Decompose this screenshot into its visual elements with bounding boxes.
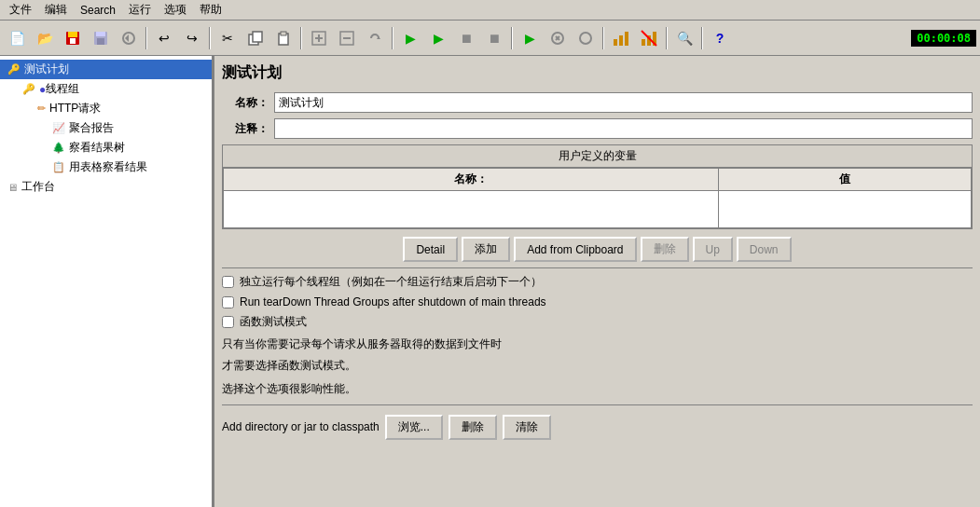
comment-label: 注释： [222,121,269,137]
copy-button[interactable] [242,25,269,51]
tree-icon: 🌲 [52,142,65,154]
name-label: 名称： [222,95,269,111]
classpath-label: Add directory or jar to classpath [222,420,380,433]
variables-title: 用户定义的变量 [223,145,972,168]
browse-button[interactable]: 浏览... [385,415,443,440]
shutdown-button[interactable]: ⏹ [481,25,507,51]
undo-button[interactable]: ↩ [151,25,177,51]
menu-help[interactable]: 帮助 [194,0,228,20]
info-text-3: 选择这个选项很影响性能。 [222,380,973,398]
menu-bar: 文件 编辑 Search 运行 选项 帮助 [0,0,980,21]
paste-button[interactable] [270,25,297,51]
teardown-checkbox[interactable] [222,296,234,308]
separator-4 [392,27,393,49]
tree-item-table-results[interactable]: 📋 用表格察看结果 [0,158,212,177]
tree-label-view-results: 察看结果树 [69,140,125,156]
start-button[interactable]: ▶ [397,25,423,51]
svg-rect-2 [70,38,76,44]
independent-run-label: 独立运行每个线程组（例如在一个组运行结束后启动下一个） [240,274,542,290]
svg-rect-21 [619,35,623,46]
elapsed-time: 00:00:08 [911,30,976,47]
delete-button[interactable]: 删除 [641,237,689,262]
left-panel: 🔑 测试计划 🔑 ● 线程组 ✏ HTTP请求 📈 聚合报告 🌲 察看结果树 📋… [0,56,214,507]
remote-clear-button[interactable] [545,25,571,51]
svg-rect-23 [642,39,645,46]
start-no-pause-button[interactable]: ▶ [425,25,451,51]
functional-checkbox[interactable] [222,316,234,328]
panel-title: 测试计划 [222,63,973,83]
menu-file[interactable]: 文件 [4,0,37,20]
tree-label-http-request: HTTP请求 [49,101,101,116]
table-empty-row [224,191,972,228]
separator-5 [511,27,513,49]
svg-rect-22 [625,32,628,46]
cut-button[interactable]: ✂ [214,25,241,51]
expand-button[interactable] [306,25,332,51]
tree-item-test-plan[interactable]: 🔑 测试计划 [0,60,212,79]
checkbox-independent-run: 独立运行每个线程组（例如在一个组运行结束后启动下一个） [222,274,973,290]
new-button[interactable]: 📄 [4,25,30,51]
classpath-delete-button[interactable]: 删除 [449,415,497,440]
add-button[interactable]: 添加 [462,237,510,262]
menu-options[interactable]: 选项 [159,0,192,20]
remote-stop-button[interactable] [573,25,599,51]
info-text-1: 只有当你需要记录每个请求从服务器取得的数据到文件时 [222,336,973,353]
open-button[interactable]: 📂 [32,25,58,51]
revert-button[interactable] [116,25,142,51]
separator-7 [666,27,668,49]
variables-section: 用户定义的变量 名称： 值 [222,144,973,229]
workbench-icon: 🖥 [7,182,18,193]
comment-input[interactable] [274,118,973,139]
collapse-button[interactable] [334,25,360,51]
info-text-2: 才需要选择函数测试模式。 [222,357,973,375]
separator-8 [701,27,703,49]
separator-2 [209,27,211,49]
key-icon: 🔑 [7,63,21,75]
svg-marker-17 [377,36,380,39]
divider-2 [222,404,973,405]
up-button[interactable]: Up [693,237,733,262]
add-from-clipboard-button[interactable]: Add from Clipboard [514,237,636,262]
stop-button[interactable]: ⏹ [453,25,479,51]
empty-name-cell [224,191,719,228]
remote-start-button[interactable]: ▶ [517,25,543,51]
empty-value-cell [719,191,972,228]
aggregate-icon: 📈 [52,122,65,134]
functional-label: 函数测试模式 [240,314,307,330]
menu-run[interactable]: 运行 [123,0,157,20]
checkbox-functional: 函数测试模式 [222,314,973,330]
search-button[interactable]: 🔍 [671,25,697,51]
help-button[interactable]: ? [707,25,733,51]
detail-button[interactable]: Detail [403,237,458,262]
variables-table: 名称： 值 [223,168,972,228]
main-layout: 🔑 测试计划 🔑 ● 线程组 ✏ HTTP请求 📈 聚合报告 🌲 察看结果树 📋… [0,56,980,507]
tree-label-thread-group: 线程组 [46,81,79,97]
circle-icon: ● [39,83,46,96]
save-template-button[interactable] [60,25,86,51]
svg-rect-1 [68,32,77,37]
classpath-row: Add directory or jar to classpath 浏览... … [222,415,973,440]
report1-button[interactable] [608,25,634,51]
tree-item-aggregate[interactable]: 📈 聚合报告 [0,118,212,138]
name-input[interactable] [274,92,973,113]
teardown-label: Run tearDown Thread Groups after shutdow… [240,295,546,308]
redo-button[interactable]: ↪ [179,25,205,51]
save-button[interactable] [88,25,114,51]
menu-edit[interactable]: 编辑 [39,0,73,20]
separator-6 [602,27,604,49]
classpath-clear-button[interactable]: 清除 [503,415,551,440]
svg-rect-9 [253,32,262,42]
tree-item-thread-group[interactable]: 🔑 ● 线程组 [0,79,212,99]
independent-run-checkbox[interactable] [222,276,234,288]
separator-1 [145,27,147,49]
tree-item-workbench[interactable]: 🖥 工作台 [0,177,212,197]
toggle-button[interactable] [362,25,388,51]
menu-search[interactable]: Search [75,2,121,19]
report2-button[interactable] [636,25,662,51]
tree-item-view-results[interactable]: 🌲 察看结果树 [0,138,212,158]
http-icon: ✏ [37,103,46,115]
tree-item-http-request[interactable]: ✏ HTTP请求 [0,99,212,118]
key-icon-2: 🔑 [22,83,35,95]
right-panel: 测试计划 名称： 注释： 用户定义的变量 名称： 值 [214,56,980,507]
down-button[interactable]: Down [737,237,792,262]
